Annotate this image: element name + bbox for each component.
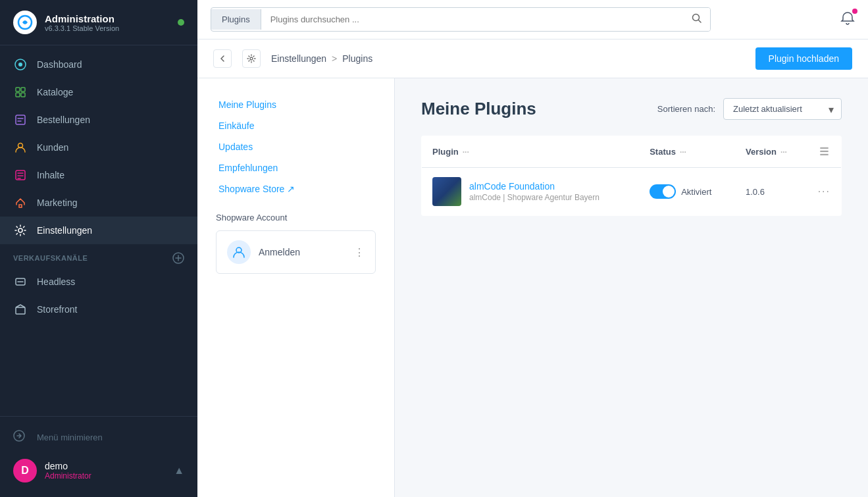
account-login-label: Anmelden [259, 247, 346, 257]
account-more-button[interactable]: ⋮ [354, 246, 365, 259]
sidebar-item-label: Marketing [37, 197, 77, 208]
app-title-block: Administration v6.3.3.1 Stable Version [45, 13, 178, 32]
plugin-toggle[interactable] [650, 184, 676, 199]
breadcrumb-current: Plugins [342, 53, 372, 64]
breadcrumb-parent[interactable]: Einstellungen [271, 53, 326, 64]
sales-channels-section: Verkaufskanäle [0, 244, 197, 268]
action-cell: ··· [807, 168, 842, 216]
kunden-icon [13, 140, 28, 155]
user-chevron-icon: ▲ [174, 465, 184, 477]
page-header: Einstellungen > Plugins Plugin hochladen [197, 39, 868, 78]
app-version: v6.3.3.1 Stable Version [45, 24, 178, 32]
sidebar-item-storefront[interactable]: Storefront [0, 296, 197, 323]
user-profile[interactable]: D demo Administrator ▲ [0, 451, 197, 490]
col-version-sort[interactable]: ··· [780, 147, 787, 157]
sidebar-item-kataloge[interactable]: Kataloge [0, 78, 197, 106]
add-channel-icon[interactable] [172, 252, 184, 264]
sidebar-item-bestellungen[interactable]: Bestellungen [0, 106, 197, 134]
sidebar: Administration v6.3.3.1 Stable Version D… [0, 0, 197, 497]
svg-point-16 [250, 57, 253, 60]
svg-point-2 [18, 63, 22, 66]
sidebar-item-label: Dashboard [37, 59, 82, 70]
main-panel: Meine Plugins Sortieren nach: Zuletzt ak… [395, 78, 868, 497]
version-value: 1.0.6 [746, 187, 765, 197]
sidebar-nav: Dashboard Kataloge Bestellun [0, 45, 197, 416]
upload-plugin-button[interactable]: Plugin hochladen [755, 47, 852, 70]
headless-label: Headless [37, 276, 75, 287]
sidebar-item-kunden[interactable]: Kunden [0, 134, 197, 161]
plugin-thumbnail [432, 177, 461, 206]
plugin-cell: almCode Foundation almCode | Shopware Ag… [422, 168, 640, 216]
col-status-sort[interactable]: ··· [680, 147, 686, 157]
storefront-icon [13, 302, 28, 317]
account-card[interactable]: Anmelden ⋮ [216, 230, 376, 274]
left-panel: Meine Plugins Einkäufe Updates Empfehlun… [197, 78, 395, 497]
storefront-label: Storefront [37, 304, 77, 315]
sidebar-footer: Menü minimieren D demo Administrator ▲ [0, 416, 197, 497]
panel-title-row: Meine Plugins Sortieren nach: Zuletzt ak… [421, 98, 842, 120]
kataloge-icon [13, 85, 28, 99]
sort-row: Sortieren nach: Zuletzt aktualisiertName… [657, 98, 842, 120]
version-cell: 1.0.6 [735, 168, 807, 216]
user-name: demo [45, 461, 91, 471]
search-input[interactable] [261, 9, 684, 30]
plugin-vendor: almCode | Shopware Agentur Bayern [469, 193, 600, 202]
nav-shopware-store[interactable]: Shopware Store ↗ [197, 178, 394, 199]
user-info: demo Administrator [45, 461, 91, 481]
table-actions-icon[interactable]: ☰ [819, 145, 829, 158]
account-section-label: Shopware Account [216, 213, 376, 222]
avatar: D [13, 459, 37, 483]
status-cell: Aktiviert [639, 168, 735, 216]
minimize-icon [13, 430, 28, 444]
bestellungen-icon [13, 113, 28, 127]
nav-empfehlungen[interactable]: Empfehlungen [197, 157, 394, 178]
search-tab: Plugins [211, 9, 261, 30]
account-avatar-icon [227, 240, 251, 264]
col-plugin-sort[interactable]: ··· [463, 147, 469, 157]
plugin-info: almCode Foundation almCode | Shopware Ag… [432, 177, 628, 206]
plugin-name[interactable]: almCode Foundation [469, 181, 600, 192]
search-container: Plugins [211, 7, 711, 32]
notification-badge [852, 9, 857, 14]
app-logo [13, 11, 37, 34]
sidebar-item-label: Kataloge [37, 87, 73, 97]
col-status: Status ··· [639, 136, 735, 168]
topbar-actions [840, 11, 855, 28]
sidebar-item-headless[interactable]: Headless [0, 268, 197, 296]
col-plugin: Plugin ··· [422, 136, 640, 168]
minimize-menu-button[interactable]: Menü minimieren [0, 423, 197, 451]
sidebar-item-marketing[interactable]: Marketing [0, 189, 197, 217]
dashboard-icon [13, 57, 28, 72]
plugin-nav: Meine Plugins Einkäufe Updates Empfehlun… [197, 94, 394, 199]
breadcrumb-separator: > [332, 53, 337, 64]
sidebar-item-inhalte[interactable]: Inhalte [0, 161, 197, 189]
sidebar-item-label: Inhalte [37, 170, 64, 180]
page-settings-button[interactable] [242, 49, 261, 68]
main-content: Plugins [197, 0, 868, 497]
content-area: Meine Plugins Einkäufe Updates Empfehlun… [197, 78, 868, 497]
nav-einkaufe[interactable]: Einkäufe [197, 115, 394, 136]
svg-rect-6 [21, 93, 25, 97]
sidebar-item-einstellungen[interactable]: Einstellungen [0, 217, 197, 244]
breadcrumb: Einstellungen > Plugins [271, 53, 372, 64]
notification-button[interactable] [840, 11, 855, 28]
row-actions-button[interactable]: ··· [818, 186, 830, 197]
sidebar-item-label: Kunden [37, 142, 68, 153]
svg-rect-13 [16, 307, 25, 314]
marketing-icon [13, 196, 28, 210]
col-version: Version ··· [735, 136, 807, 168]
sort-select[interactable]: Zuletzt aktualisiertNameStatusVersion [723, 98, 842, 120]
panel-title: Meine Plugins [421, 99, 536, 119]
search-button[interactable] [684, 8, 710, 31]
nav-meine-plugins[interactable]: Meine Plugins [197, 94, 394, 115]
plugin-details: almCode Foundation almCode | Shopware Ag… [469, 181, 600, 202]
table-header-row: Plugin ··· Status ··· Ve [422, 136, 842, 168]
sort-select-wrapper: Zuletzt aktualisiertNameStatusVersion [723, 98, 842, 120]
svg-rect-7 [16, 115, 25, 124]
headless-icon [13, 275, 28, 289]
svg-rect-3 [16, 88, 20, 92]
inhalte-icon [13, 168, 28, 182]
sidebar-item-dashboard[interactable]: Dashboard [0, 51, 197, 78]
back-button[interactable] [213, 49, 232, 68]
nav-updates[interactable]: Updates [197, 136, 394, 157]
